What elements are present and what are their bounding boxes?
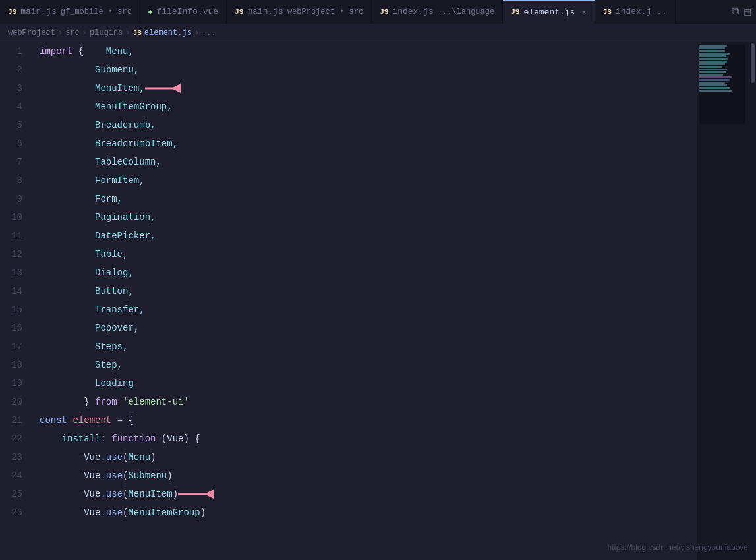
code-line: } from 'element-ui': [40, 393, 697, 411]
string-literal: 'element-ui': [123, 393, 189, 411]
code-text: (Vue) {: [156, 430, 200, 448]
close-icon[interactable]: ✕: [581, 7, 586, 17]
line-number: 17: [0, 337, 28, 356]
code-text: Vue: [40, 448, 100, 466]
code-line: MenuItem,: [40, 79, 697, 98]
breadcrumb-sep: ›: [82, 28, 87, 38]
minimap-line: [699, 79, 730, 81]
code-text: Vue: [40, 503, 100, 522]
line-number: 16: [0, 319, 28, 337]
code-line: Transfer,: [40, 300, 697, 319]
line-number: 26: [0, 503, 28, 522]
identifier: MenuItemGroup: [128, 503, 200, 522]
breadcrumb-sep: ›: [194, 28, 199, 38]
minimap-line: [699, 71, 726, 73]
code-line: Vue .use ( MenuItemGroup ): [40, 503, 697, 522]
identifier: DatePicker,: [40, 227, 156, 245]
layout-icon[interactable]: ▤: [744, 5, 751, 18]
app-container: JS main.js gf_mobile • src ◆ fileInfo.vu…: [0, 0, 756, 560]
line-number: 25: [0, 485, 28, 503]
watermark: https://blog.csdn.net/yishengyouniabove: [608, 543, 748, 552]
breadcrumb-part: ...: [202, 28, 216, 38]
code-text: Vue: [40, 466, 100, 485]
code-line: Popover,: [40, 319, 697, 337]
breadcrumb-sep: ›: [58, 28, 63, 38]
code-line: Step,: [40, 356, 697, 374]
code-line: Steps,: [40, 337, 697, 356]
line-number: 15: [0, 300, 28, 319]
code-line: Dialog,: [40, 264, 697, 282]
line-number: 3: [0, 79, 28, 98]
code-text: [67, 411, 73, 430]
code-line: Vue .use ( Menu ): [40, 448, 697, 466]
editor: 1 2 3 4 5 6 7 8 9 10 11 12 13 14 15 16 1…: [0, 42, 756, 560]
code-line: TableColumn,: [40, 153, 697, 171]
line-number: 20: [0, 393, 28, 411]
code-area[interactable]: import { Menu, Submenu, MenuItem, MenuIt…: [33, 42, 697, 560]
identifier: Dialog,: [40, 264, 134, 282]
minimap-line: [699, 90, 732, 92]
tab-main-gf[interactable]: JS main.js gf_mobile • src: [0, 0, 140, 24]
line-number: 22: [0, 430, 28, 448]
identifier: Table,: [40, 245, 128, 264]
line-number: 2: [0, 61, 28, 79]
tab-label: main.js: [247, 7, 283, 16]
code-line: Submenu,: [40, 61, 697, 79]
code-line: Table,: [40, 245, 697, 264]
identifier: Steps,: [40, 337, 128, 356]
tab-fileinfo[interactable]: ◆ fileInfo.vue: [140, 0, 227, 24]
method-use: .use: [100, 485, 123, 503]
code-line: Form,: [40, 190, 697, 208]
scroll-thumb[interactable]: [751, 43, 755, 83]
tab-actions: ⧉ ▤: [732, 5, 756, 18]
breadcrumb-part: plugins: [90, 28, 123, 38]
vue-icon: ◆: [148, 7, 153, 16]
code-text: (: [123, 466, 128, 485]
brace: [117, 393, 123, 411]
line-number: 8: [0, 171, 28, 190]
line-number: 21: [0, 411, 28, 430]
tab-element[interactable]: JS element.js ✕: [503, 0, 595, 24]
line-number: 24: [0, 466, 28, 485]
identifier-element: element: [73, 411, 111, 430]
js-icon: JS: [235, 8, 243, 16]
code-line: BreadcrumbItem,: [40, 134, 697, 153]
keyword-const: const: [40, 411, 67, 430]
code-text: ): [173, 485, 178, 503]
tab-index2[interactable]: JS index.j...: [595, 0, 676, 24]
code-text: ): [200, 503, 206, 522]
identifier: Submenu: [128, 466, 167, 485]
annotation-arrow: [145, 82, 185, 95]
line-number: 12: [0, 245, 28, 264]
code-text: = {: [111, 411, 134, 430]
tab-index-language[interactable]: JS index.js ...\language: [372, 0, 503, 24]
split-editor-icon[interactable]: ⧉: [732, 5, 739, 18]
minimap-line: [699, 61, 727, 63]
code-text: :: [100, 430, 111, 448]
line-number: 5: [0, 116, 28, 134]
code-text: [84, 42, 106, 61]
annotation-arrow: [178, 488, 218, 501]
minimap-line: [699, 66, 722, 68]
minimap: [697, 42, 749, 560]
code-text: ): [150, 448, 156, 466]
tab-label: index.j...: [616, 7, 667, 16]
code-line: DatePicker,: [40, 227, 697, 245]
identifier: Pagination,: [40, 208, 156, 227]
tab-label: main.js: [20, 7, 57, 16]
line-number: 4: [0, 98, 28, 116]
identifier: Button,: [40, 282, 134, 300]
scroll-track[interactable]: [749, 42, 756, 560]
line-number: 23: [0, 448, 28, 466]
tab-main-web[interactable]: JS main.js webProject • src: [227, 0, 372, 24]
identifier: BreadcrumbItem,: [40, 134, 178, 153]
js-icon: JS: [511, 8, 519, 16]
identifier: Transfer,: [40, 300, 145, 319]
line-number: 6: [0, 134, 28, 153]
js-icon-breadcrumb: JS: [133, 29, 142, 37]
code-line: Button,: [40, 282, 697, 300]
line-number: 11: [0, 227, 28, 245]
minimap-line: [699, 45, 727, 47]
code-line: Loading: [40, 374, 697, 393]
tab-label: fileInfo.vue: [156, 7, 218, 16]
